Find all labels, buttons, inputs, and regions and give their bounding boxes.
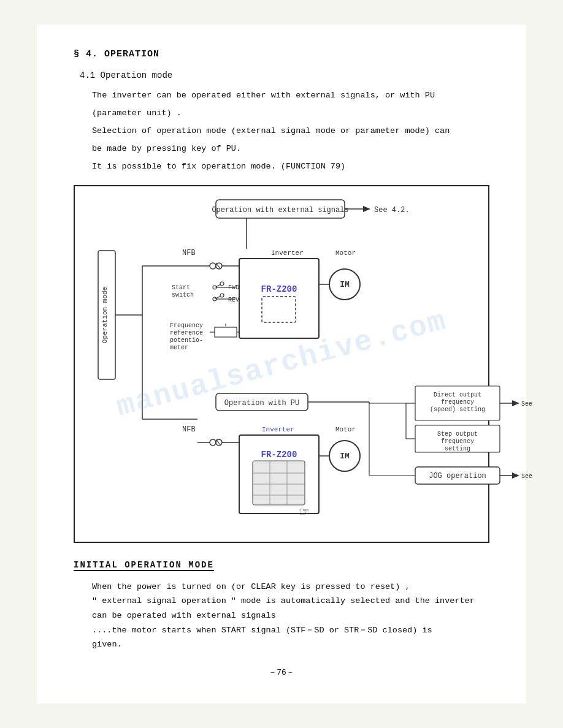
subsection-title: 4.1 Operation mode	[80, 70, 489, 80]
para-1: The inverter can be operated either with…	[92, 89, 489, 103]
svg-text:NFB: NFB	[182, 249, 196, 257]
svg-text:Frequency: Frequency	[170, 322, 203, 329]
svg-text:JOG  operation: JOG operation	[429, 472, 486, 480]
svg-point-30	[220, 294, 224, 297]
bottom-para-1: " external signal operation " mode is au…	[92, 594, 489, 609]
svg-text:Direct  output: Direct output	[434, 392, 481, 398]
svg-text:reference: reference	[170, 330, 203, 336]
svg-marker-3	[363, 206, 370, 212]
para-4: be made by pressing key of PU.	[92, 142, 489, 156]
svg-text:frequency: frequency	[441, 399, 474, 406]
svg-text:Inverter: Inverter	[271, 249, 304, 257]
svg-marker-54	[512, 400, 519, 406]
diagram-box: manualsarchive.com Operation with extern…	[74, 185, 489, 543]
svg-text:Step  output: Step output	[437, 431, 478, 438]
svg-marker-69	[512, 472, 519, 479]
svg-text:See  4.3: See 4.3	[521, 401, 535, 408]
svg-rect-82	[253, 461, 305, 505]
svg-text:NFB: NFB	[182, 425, 196, 434]
svg-text:potentio-: potentio-	[170, 337, 203, 344]
svg-rect-38	[215, 327, 237, 337]
svg-rect-19	[239, 259, 319, 338]
svg-text:setting: setting	[445, 446, 470, 452]
svg-point-75	[210, 439, 216, 446]
section-title: § 4. OPERATION	[74, 49, 489, 59]
svg-text:Motor: Motor	[335, 426, 356, 433]
svg-text:Operation  mode: Operation mode	[101, 286, 109, 343]
svg-text:Inverter: Inverter	[262, 426, 294, 433]
svg-text:REV: REV	[228, 297, 239, 303]
svg-text:Operation  with  external  sig: Operation with external signals	[212, 206, 348, 214]
para-3: Selection of operation mode (external si…	[92, 124, 489, 138]
svg-text:See  4.2.: See 4.2.	[374, 206, 410, 214]
para-5: It is possible to fix operation mode. (F…	[92, 160, 489, 174]
svg-text:Start: Start	[172, 284, 190, 291]
svg-text:meter: meter	[170, 344, 188, 351]
svg-text:IM: IM	[340, 452, 350, 461]
bottom-para-2: can be operated with external signals	[92, 609, 489, 623]
page: § 4. OPERATION 4.1 Operation mode The in…	[37, 25, 526, 703]
svg-text:FR-Z200: FR-Z200	[261, 450, 297, 460]
svg-text:FR-Z200: FR-Z200	[261, 284, 297, 294]
svg-text:☞: ☞	[299, 506, 310, 520]
svg-text:Operation  with  PU: Operation with PU	[224, 399, 299, 408]
initial-op-title: INITIAL OPERATION MODE	[74, 560, 214, 571]
svg-text:IM: IM	[340, 280, 350, 289]
bottom-text: When the power is turned on (or CLEAR ke…	[92, 580, 489, 652]
svg-text:frequency: frequency	[441, 438, 474, 445]
svg-point-14	[210, 263, 216, 269]
bottom-para-3: ....the motor starts when START signal (…	[92, 623, 489, 638]
bottom-para-4: given.	[92, 637, 489, 652]
svg-point-25	[220, 282, 224, 286]
svg-text:Motor: Motor	[335, 249, 356, 257]
svg-text:See  4.3.: See 4.3.	[521, 473, 535, 480]
svg-text:(speed)  setting: (speed) setting	[430, 406, 485, 413]
diagram-svg: Operation with external signals See 4.2.…	[81, 192, 535, 536]
bottom-para-0: When the power is turned on (or CLEAR ke…	[92, 580, 489, 594]
para-2: (parameter unit) .	[92, 107, 489, 121]
page-number: －76－	[74, 667, 489, 678]
svg-text:switch: switch	[172, 292, 194, 298]
